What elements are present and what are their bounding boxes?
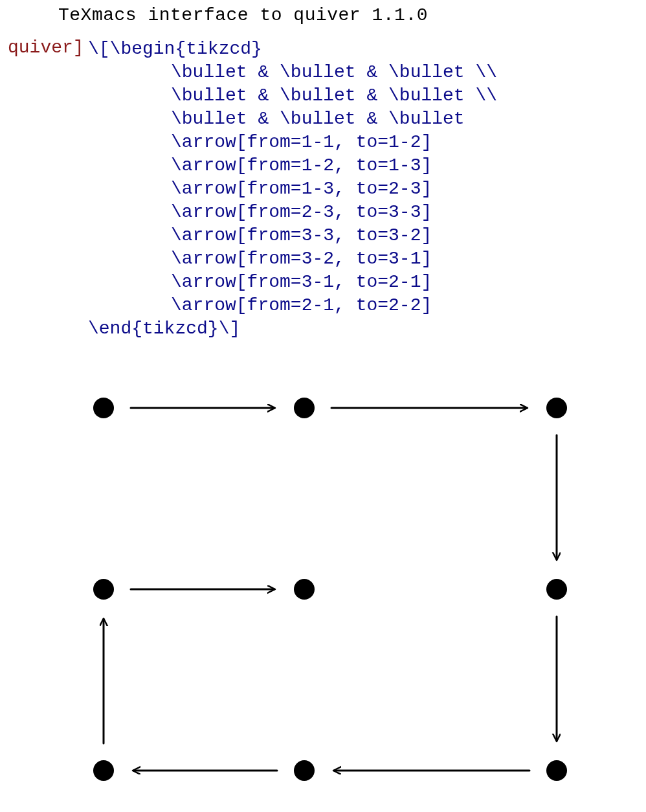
tex-arrow-4: \arrow[from=2-3, to=3-3] xyxy=(88,202,432,222)
latex-input[interactable]: \[\begin{tikzcd} \bullet & \bullet & \bu… xyxy=(88,38,497,341)
tex-arrow-5: \arrow[from=3-3, to=3-2] xyxy=(88,225,432,245)
tex-arrow-2: \arrow[from=1-2, to=1-3] xyxy=(88,155,432,175)
bullet-node xyxy=(294,760,315,781)
tex-row-2: \bullet & \bullet & \bullet \\ xyxy=(88,85,497,106)
bullet-node xyxy=(93,398,114,418)
bullet-node xyxy=(93,579,114,600)
diagram-svg xyxy=(26,382,621,803)
prompt-label: quiver] xyxy=(8,38,84,58)
tex-row-1: \bullet & \bullet & \bullet \\ xyxy=(88,62,497,82)
tex-arrow-1: \arrow[from=1-1, to=1-2] xyxy=(88,132,432,152)
bullet-node xyxy=(546,579,567,600)
tex-arrow-6: \arrow[from=3-2, to=3-1] xyxy=(88,249,432,269)
tex-open: \[\begin{tikzcd} xyxy=(88,39,262,59)
texmacs-session: TeXmacs interface to quiver 1.1.0 quiver… xyxy=(0,0,646,812)
bullet-node xyxy=(546,398,567,418)
tex-arrow-3: \arrow[from=1-3, to=2-3] xyxy=(88,179,432,199)
bullet-node xyxy=(294,398,315,418)
bullet-node xyxy=(294,579,315,600)
tex-arrow-7: \arrow[from=3-1, to=2-1] xyxy=(88,272,432,292)
bullet-node xyxy=(93,760,114,781)
rendered-diagram xyxy=(26,382,621,803)
input-line[interactable]: quiver] xyxy=(8,38,84,58)
session-title: TeXmacs interface to quiver 1.1.0 xyxy=(58,5,428,25)
tex-close: \end{tikzcd}\] xyxy=(88,319,240,339)
tex-arrow-8: \arrow[from=2-1, to=2-2] xyxy=(88,295,432,315)
tex-row-3: \bullet & \bullet & \bullet xyxy=(88,109,465,129)
bullet-node xyxy=(546,760,567,781)
